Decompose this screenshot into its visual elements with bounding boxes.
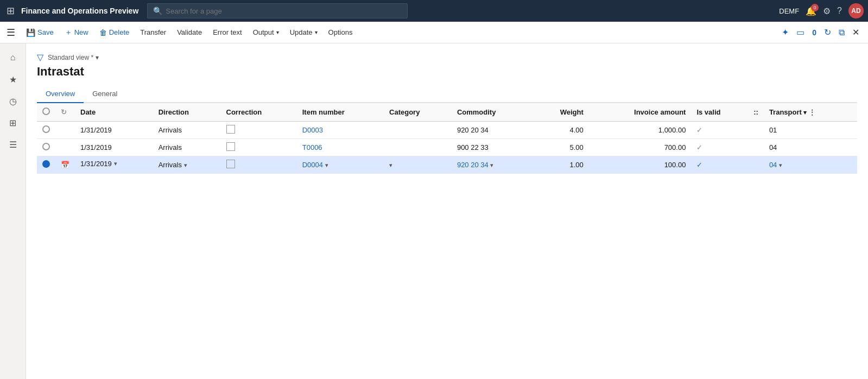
main-layout: ⌂ ★ ◷ ⊞ ☰ ▽ Standard view * ▾ Intrastat … — [0, 43, 868, 379]
row3-category-dropdown[interactable]: ▾ — [389, 162, 392, 168]
row3-item-number[interactable]: D0004 ▾ — [297, 156, 384, 174]
save-button[interactable]: 💾 Save — [22, 26, 58, 39]
notifications-icon[interactable]: 🔔 0 — [806, 6, 816, 16]
avatar[interactable]: AD — [848, 3, 864, 18]
row1-radio[interactable] — [42, 125, 50, 133]
row2-correction[interactable] — [221, 139, 297, 156]
sidebar-item-recent[interactable]: ◷ — [3, 91, 23, 111]
row2-select[interactable] — [37, 139, 55, 156]
nav-actions: DEMF 🔔 0 ⚙ ? AD — [779, 3, 864, 18]
tab-overview[interactable]: Overview — [37, 85, 84, 103]
intrastat-table: ↻ Date Direction Correction Item number … — [37, 103, 857, 174]
row2-weight: 5.00 — [533, 139, 589, 156]
col-correction[interactable]: Correction — [221, 103, 297, 122]
message-center-icon[interactable]: 0 — [810, 26, 819, 39]
row1-weight: 4.00 — [533, 122, 589, 139]
tab-general[interactable]: General — [84, 85, 126, 103]
filter-icon[interactable]: ▽ — [37, 52, 43, 62]
row2-checkbox[interactable] — [226, 142, 235, 151]
row2-transport-handle — [748, 139, 764, 156]
new-icon: ＋ — [65, 28, 72, 37]
transport-dropdown-icon[interactable]: ▾ — [803, 109, 807, 116]
search-input[interactable] — [166, 7, 402, 15]
col-commodity[interactable]: Commodity — [452, 103, 533, 122]
row2-item-number[interactable]: T0006 — [297, 139, 384, 156]
col-weight[interactable]: Weight — [533, 103, 589, 122]
search-bar[interactable]: 🔍 — [147, 3, 408, 18]
update-button[interactable]: Update ▾ — [286, 26, 322, 39]
table-container: ↻ Date Direction Correction Item number … — [37, 103, 857, 370]
app-title: Finance and Operations Preview — [21, 7, 138, 15]
row3-category[interactable]: ▾ — [384, 156, 452, 174]
new-button[interactable]: ＋ New — [60, 26, 93, 40]
row1-correction[interactable] — [221, 122, 297, 139]
row3-correction[interactable] — [221, 156, 297, 174]
col-transport[interactable]: Transport ▾ ⋮ — [764, 103, 857, 122]
col-category[interactable]: Category — [384, 103, 452, 122]
row3-checkbox[interactable] — [226, 160, 235, 168]
col-invoice-amount[interactable]: Invoice amount — [589, 103, 692, 122]
close-icon[interactable]: ✕ — [850, 25, 861, 40]
row3-radio[interactable] — [42, 160, 50, 168]
row3-refresh[interactable]: 📅 — [55, 156, 75, 174]
options-button[interactable]: Options — [324, 26, 357, 39]
settings-icon[interactable]: ⚙ — [823, 6, 831, 16]
panel-icon[interactable]: ▭ — [794, 25, 807, 40]
row3-calendar-icon[interactable]: 📅 — [61, 161, 69, 169]
row3-direction-dropdown[interactable]: ▾ — [184, 162, 187, 168]
row2-category — [384, 139, 452, 156]
view-selector[interactable]: Standard view * ▾ — [48, 54, 99, 61]
row1-checkbox[interactable] — [226, 125, 235, 134]
col-item-number[interactable]: Item number — [297, 103, 384, 122]
row3-commodity-dropdown[interactable]: ▾ — [490, 162, 493, 168]
row2-invoice-amount: 700.00 — [589, 139, 692, 156]
row1-valid-check: ✓ — [696, 126, 702, 134]
row3-transport-handle — [748, 156, 764, 174]
row3-date-dropdown[interactable]: ▾ — [114, 160, 117, 167]
output-button[interactable]: Output ▾ — [249, 26, 283, 39]
col-is-valid[interactable]: Is valid — [691, 103, 748, 122]
col-select — [37, 103, 55, 122]
open-new-icon[interactable]: ⧉ — [837, 26, 847, 40]
help-icon[interactable]: ? — [837, 6, 842, 16]
row3-item-dropdown[interactable]: ▾ — [325, 162, 328, 168]
row2-commodity: 900 22 33 — [452, 139, 533, 156]
sidebar-item-workspaces[interactable]: ⊞ — [3, 113, 23, 132]
row3-commodity[interactable]: 920 20 34 ▾ — [452, 156, 533, 174]
row3-date[interactable]: 1/31/2019 ▾ — [75, 156, 153, 171]
error-text-button[interactable]: Error text — [208, 26, 246, 39]
row1-item-number[interactable]: D0003 — [297, 122, 384, 139]
transport-more-icon[interactable]: ⋮ — [809, 109, 815, 116]
hamburger-icon[interactable]: ☰ — [7, 27, 15, 39]
col-transport-handle[interactable]: :: — [748, 103, 764, 122]
table-row: 1/31/2019 Arrivals D0003 920 20 34 4.00 … — [37, 122, 857, 139]
row1-refresh — [55, 122, 75, 139]
table-header-row: ↻ Date Direction Correction Item number … — [37, 103, 857, 122]
sidebar-item-favorites[interactable]: ★ — [3, 70, 23, 89]
row1-select[interactable] — [37, 122, 55, 139]
table-row: 1/31/2019 Arrivals T0006 900 22 33 5.00 … — [37, 139, 857, 156]
validate-button[interactable]: Validate — [173, 26, 206, 39]
row3-transport-dropdown[interactable]: ▾ — [779, 162, 782, 168]
personalize-icon[interactable]: ✦ — [780, 25, 791, 40]
sidebar-item-home[interactable]: ⌂ — [3, 48, 23, 67]
row3-direction[interactable]: Arrivals ▾ — [153, 156, 221, 174]
row3-valid-check: ✓ — [696, 161, 702, 169]
toolbar: ☰ 💾 Save ＋ New 🗑 Delete Transfer Validat… — [0, 22, 868, 43]
save-icon: 💾 — [26, 28, 35, 37]
app-grid-icon[interactable]: ⊞ — [4, 3, 17, 19]
col-date[interactable]: Date — [75, 103, 153, 122]
col-direction[interactable]: Direction — [153, 103, 221, 122]
header-radio[interactable] — [42, 108, 50, 115]
transfer-button[interactable]: Transfer — [136, 26, 170, 39]
row3-is-valid: ✓ — [691, 156, 748, 174]
delete-button[interactable]: 🗑 Delete — [95, 26, 134, 39]
sidebar-item-modules[interactable]: ☰ — [3, 135, 23, 154]
col-refresh: ↻ — [55, 103, 75, 122]
row1-commodity: 920 20 34 — [452, 122, 533, 139]
row3-transport[interactable]: 04 ▾ — [764, 156, 857, 174]
row2-radio[interactable] — [42, 143, 50, 150]
header-refresh-icon[interactable]: ↻ — [61, 108, 67, 116]
refresh-icon[interactable]: ↻ — [822, 25, 833, 40]
row3-select[interactable] — [37, 156, 55, 174]
